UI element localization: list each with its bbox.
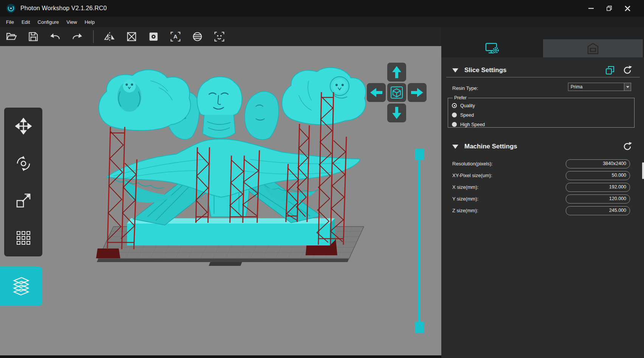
save-button[interactable]	[27, 31, 39, 43]
minimize-button[interactable]	[583, 2, 599, 14]
svg-text:A: A	[174, 33, 178, 40]
open-button[interactable]	[5, 31, 17, 43]
mirror-button[interactable]	[104, 31, 116, 43]
resin-type-dropdown[interactable]: Prima	[568, 83, 631, 91]
view-right-button[interactable]	[408, 83, 427, 102]
chevron-down-icon	[626, 86, 629, 88]
rotate-icon	[15, 155, 32, 172]
hole-button[interactable]	[147, 31, 160, 43]
tab-slice-settings[interactable]	[441, 39, 543, 57]
clone-tool-button[interactable]	[4, 219, 42, 257]
field-x-size-label: X size(mm):	[452, 183, 478, 192]
field-resolution: Resolution(pixels): 3840x2400	[441, 159, 644, 168]
redo-icon	[71, 31, 83, 42]
radio-high-speed-label: High Speed	[460, 122, 485, 127]
view-home-cube-button[interactable]	[387, 83, 406, 102]
resin-type-label: Resin Type:	[452, 84, 478, 93]
left-toolbar	[4, 108, 42, 256]
refresh-machine-button[interactable]	[622, 142, 632, 151]
slice-config-icon	[605, 65, 615, 75]
slider-bottom-handle[interactable]	[415, 322, 424, 333]
monitor-gear-icon	[485, 42, 500, 54]
field-resolution-label: Resolution(pixels):	[452, 159, 493, 168]
checker-button[interactable]	[126, 31, 138, 43]
refresh-icon	[622, 65, 632, 75]
menu-edit[interactable]: Edit	[18, 19, 34, 25]
view-up-button[interactable]	[387, 63, 406, 82]
field-x-size-value[interactable]: 192.000	[566, 183, 630, 192]
model-3d[interactable]	[99, 68, 366, 225]
panel-scrollbar-thumb[interactable]	[642, 162, 644, 179]
field-y-size: Y size(mm): 120.000	[441, 194, 644, 204]
title-bar: Photon Workshop V2.1.26.RC0	[0, 0, 644, 17]
view-down-button[interactable]	[387, 103, 406, 122]
redo-button[interactable]	[71, 31, 83, 43]
arrow-left-icon	[369, 85, 384, 100]
resin-type-value: Prima	[568, 84, 624, 90]
menu-bar: File Edit Configure View Help	[0, 17, 644, 27]
mirror-icon	[104, 31, 115, 42]
undo-icon	[50, 31, 61, 42]
field-z-size-label: Z size(mm):	[452, 206, 478, 215]
restore-button[interactable]	[602, 2, 617, 14]
tab-machine[interactable]	[543, 39, 643, 57]
field-resolution-value[interactable]: 3840x2400	[566, 159, 630, 168]
viewport-3d[interactable]	[0, 46, 441, 355]
scale-icon	[15, 192, 32, 209]
slice-settings-header: Slice Settings	[441, 65, 644, 76]
radio-quality[interactable]: Quality	[452, 101, 634, 110]
field-z-size-value[interactable]: 245.000	[566, 206, 630, 215]
hole-icon	[148, 31, 159, 42]
slider-top-handle[interactable]	[415, 149, 424, 160]
slice-config-button[interactable]	[605, 65, 615, 75]
menu-configure[interactable]: Configure	[34, 19, 62, 25]
view-left-button[interactable]	[367, 83, 386, 102]
radio-high-speed-icon	[452, 122, 457, 127]
face-scan-button[interactable]	[213, 31, 225, 43]
slider-track[interactable]	[418, 160, 421, 322]
sphere-slice-icon	[192, 31, 203, 42]
arrow-right-icon	[410, 85, 425, 100]
rotate-tool-button[interactable]	[4, 145, 42, 182]
field-y-size-value[interactable]: 120.000	[566, 194, 630, 204]
menu-help[interactable]: Help	[81, 19, 99, 25]
menu-view[interactable]: View	[63, 19, 81, 25]
minimize-icon	[588, 8, 594, 9]
cube-icon	[389, 85, 404, 100]
text-button[interactable]: A	[169, 31, 182, 43]
z-height-slider	[415, 149, 424, 333]
window-controls	[583, 0, 635, 17]
radio-high-speed[interactable]: High Speed	[452, 120, 634, 129]
refresh-slice-button[interactable]	[622, 65, 632, 75]
refresh-icon	[622, 142, 632, 151]
view-navigation-gizmo	[367, 63, 427, 122]
radio-speed-icon	[452, 113, 457, 117]
menu-file[interactable]: File	[2, 19, 18, 25]
dropdown-arrow-button[interactable]	[624, 83, 631, 91]
field-xy-pixel-size-value[interactable]: 50.000	[566, 171, 630, 180]
move-tool-button[interactable]	[4, 108, 42, 145]
field-z-size: Z size(mm): 245.000	[441, 206, 644, 215]
sphere-slice-button[interactable]	[191, 31, 203, 43]
checker-icon	[126, 31, 137, 42]
collapse-triangle-icon[interactable]	[452, 145, 458, 149]
restore-icon	[607, 6, 612, 11]
collapse-triangle-icon[interactable]	[452, 68, 458, 73]
machine-settings-header: Machine Settings	[441, 141, 644, 152]
radio-quality-icon	[452, 103, 457, 108]
machine-settings-fields: Resolution(pixels): 3840x2400 XY-Pixel s…	[441, 159, 644, 218]
close-icon	[624, 5, 631, 12]
prefer-group: Prefer Quality Speed High Speed	[448, 95, 635, 128]
undo-button[interactable]	[49, 31, 61, 43]
face-scan-icon	[214, 31, 225, 42]
save-icon	[28, 31, 39, 42]
window-title: Photon Workshop V2.1.26.RC0	[20, 5, 107, 12]
radio-speed[interactable]: Speed	[452, 110, 634, 120]
prefer-legend: Prefer	[453, 95, 468, 100]
scale-tool-button[interactable]	[4, 182, 42, 219]
close-button[interactable]	[620, 2, 635, 14]
slice-tool-button[interactable]	[0, 267, 42, 306]
field-xy-pixel-size-label: XY-Pixel size(um):	[452, 171, 492, 180]
field-xy-pixel-size: XY-Pixel size(um): 50.000	[441, 171, 644, 180]
bottom-edge	[0, 355, 441, 358]
